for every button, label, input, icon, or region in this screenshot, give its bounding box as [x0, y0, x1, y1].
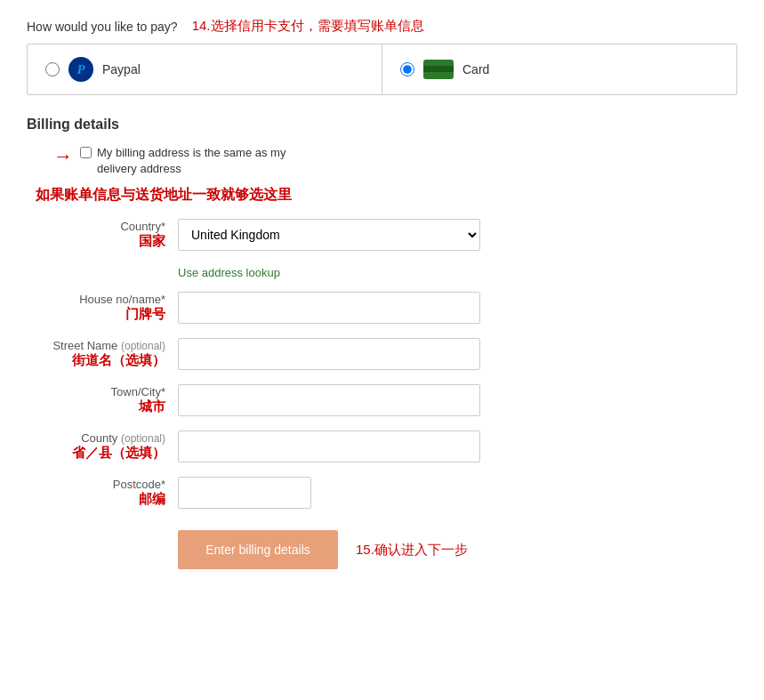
house-input[interactable] [178, 292, 480, 324]
payment-options-box: P Paypal Card [27, 44, 737, 95]
country-row: Country* 国家 United Kingdom United States… [27, 219, 737, 251]
postcode-annotation: 邮编 [139, 491, 165, 508]
submit-annotation: 15.确认进入下一步 [356, 542, 468, 559]
country-label: Country* [120, 220, 165, 233]
paypal-radio[interactable] [45, 62, 60, 76]
county-input[interactable] [178, 430, 480, 463]
country-annotation: 国家 [139, 233, 165, 250]
postcode-label: Postcode* [113, 478, 165, 491]
county-row: County (optional) 省／县（选填） [27, 430, 737, 463]
card-radio[interactable] [400, 62, 414, 76]
billing-section: Billing details → My billing address is … [27, 117, 737, 569]
postcode-input[interactable] [178, 477, 311, 509]
billing-title: Billing details [27, 117, 737, 133]
same-address-chinese-annotation: 如果账单信息与送货地址一致就够选这里 [36, 186, 737, 205]
paypal-label[interactable]: Paypal [102, 62, 141, 76]
same-address-checkbox[interactable] [80, 147, 92, 158]
payment-annotation: 14.选择信用卡支付，需要填写账单信息 [192, 18, 424, 35]
card-icon [423, 60, 454, 79]
town-input[interactable] [178, 384, 480, 416]
town-label: Town/City* [111, 385, 165, 398]
postcode-row: Postcode* 邮编 [27, 477, 737, 509]
same-address-row: My billing address is the same as my del… [80, 145, 328, 177]
same-address-label[interactable]: My billing address is the same as my del… [97, 145, 328, 177]
county-annotation: 省／县（选填） [72, 445, 165, 462]
card-label[interactable]: Card [462, 62, 489, 76]
country-select[interactable]: United Kingdom United States Canada Aust… [178, 219, 480, 251]
address-lookup-row: Use address lookup [178, 265, 737, 279]
enter-billing-button[interactable]: Enter billing details [178, 530, 338, 569]
submit-row: Enter billing details 15.确认进入下一步 [178, 530, 737, 569]
street-label: Street Name (optional) [52, 339, 165, 352]
paypal-option[interactable]: P Paypal [28, 44, 382, 94]
payment-header: How would you like to pay? 14.选择信用卡支付，需要… [27, 18, 737, 35]
house-label: House no/name* [79, 293, 165, 306]
town-annotation: 城市 [139, 398, 165, 415]
street-annotation: 街道名（选填） [72, 352, 165, 369]
house-annotation: 门牌号 [125, 306, 165, 323]
address-lookup-link[interactable]: Use address lookup [178, 266, 280, 279]
town-row: Town/City* 城市 [27, 384, 737, 416]
paypal-icon: P [68, 57, 93, 82]
house-row: House no/name* 门牌号 [27, 292, 737, 324]
payment-question-label: How would you like to pay? [27, 20, 178, 34]
street-input[interactable] [178, 338, 480, 370]
arrow-icon: → [53, 147, 73, 166]
county-label: County (optional) [81, 431, 165, 445]
street-row: Street Name (optional) 街道名（选填） [27, 338, 737, 370]
card-option[interactable]: Card [382, 44, 736, 94]
